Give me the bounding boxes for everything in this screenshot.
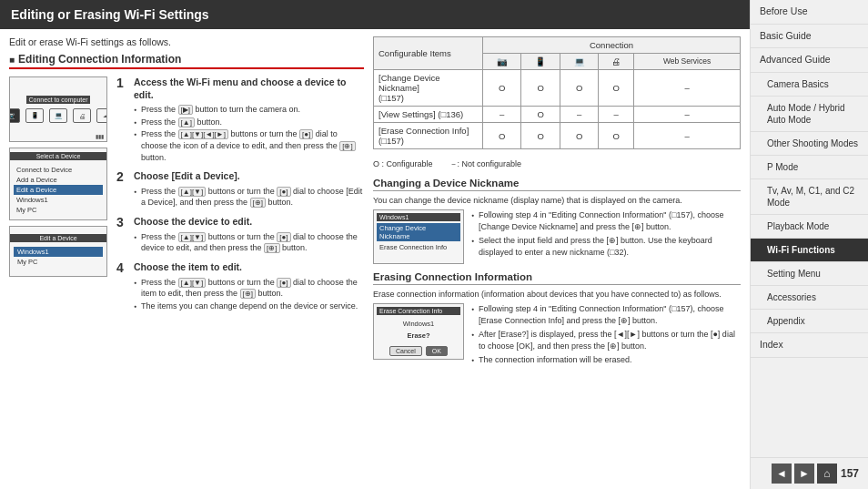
cam-icon-printer: 🖨 [73, 108, 91, 123]
sidebar-item-setting-menu[interactable]: Setting Menu [751, 262, 868, 286]
table-cell-2-5: – [634, 107, 741, 123]
sidebar-item-playback[interactable]: Playback Mode [751, 215, 868, 239]
step3-bullets: Press the [▲][▼] buttons or turn the [●]… [134, 231, 364, 254]
erase-device: Windows1 [377, 318, 460, 330]
table-col-phone: 📱 [521, 54, 560, 70]
changing-bullet2: Select the input field and press the [⊕]… [471, 235, 741, 258]
sidebar-item-tv-av-mode[interactable]: Tv, Av, M, C1, and C2 Mode [751, 179, 868, 215]
cam-icon-camera: 📷 [9, 108, 20, 123]
step4-bullet2: The items you can change depend on the d… [134, 301, 364, 312]
erase-screen-title: Erase Connection Info [377, 307, 460, 315]
prev-arrow[interactable]: ◄ [772, 464, 792, 484]
cam-icon-phone: 📱 [25, 108, 44, 123]
page-title: Editing or Erasing Wi-Fi Settings [0, 0, 750, 29]
cam-icons: 📷 📱 💻 🖨 ☁ [9, 108, 107, 123]
changing-text: Following step 4 in "Editing Connection … [471, 209, 741, 264]
step2-num: 2 [116, 170, 129, 183]
page-body: Edit or erase Wi-Fi settings as follows.… [0, 29, 750, 489]
steps-area: Connect to computer 📷 📱 💻 🖨 ☁ ▮▮▮ Select… [9, 76, 364, 319]
table-cell-item2: [View Settings] (□136) [374, 107, 483, 123]
step1-num: 1 [116, 76, 129, 89]
screen2-label: Select a Device [10, 152, 106, 160]
instructions-col: 1 Access the Wi-Fi menu and choose a dev… [116, 76, 364, 319]
step4-content: Choose the item to edit. Press the [▲][▼… [134, 261, 364, 312]
erase-cancel-btn[interactable]: Cancel [389, 346, 422, 356]
screenshot-3: Edit a Device Windows1 My PC [9, 226, 107, 277]
changing-desc: You can change the device nickname (disp… [373, 196, 741, 205]
connection-table: Configurable Items Connection 📷 📱 💻 🖨 We… [373, 36, 741, 149]
table-cell-3-2: O [521, 123, 560, 149]
sidebar-item-camera-basics[interactable]: Camera Basics [751, 73, 868, 97]
step-2: 2 Choose [Edit a Device]. Press the [▲][… [116, 170, 364, 209]
step3-num: 3 [116, 216, 129, 229]
sidebar-item-advanced-guide[interactable]: Advanced Guide [751, 48, 868, 73]
device-list: Windows1 My PC [10, 245, 106, 269]
sidebar-item-before-use[interactable]: Before Use [751, 0, 868, 25]
step4-bullets: Press the [▲][▼] buttons or turn the [●]… [134, 277, 364, 312]
table-cell-1-1: O [483, 70, 521, 107]
step1-bullet1: Press the [▶] button to turn the camera … [134, 104, 364, 116]
table-cell-2-2: O [521, 107, 560, 123]
step2-bullets: Press the [▲][▼] buttons or turn the [●]… [134, 186, 364, 209]
erase-ok-btn[interactable]: OK [426, 346, 448, 356]
nav-arrows: ◄ ► ⌂ [772, 464, 837, 484]
step4-num: 4 [116, 261, 129, 274]
menu-connect: Connect to Device [14, 165, 103, 175]
menu-win1: Windows1 [14, 195, 103, 205]
erasing-title: Erasing Connection Information [373, 271, 741, 285]
cam-icon-cloud: ☁ [96, 108, 107, 123]
table-note: O : Configurable －: Not configurable [373, 158, 741, 170]
device-mypc: My PC [14, 257, 103, 267]
menu-list: Connect to Device Add a Device Edit a De… [10, 163, 106, 217]
step-1: 1 Access the Wi-Fi menu and choose a dev… [116, 76, 364, 164]
changing-screen-title: Windows1 [377, 213, 460, 221]
menu-mypc: My PC [14, 205, 103, 215]
table-cell-3-3: O [560, 123, 598, 149]
sidebar-item-accessories[interactable]: Accessories [751, 286, 868, 310]
next-arrow[interactable]: ► [794, 464, 814, 484]
menu-add: Add a Device [14, 175, 103, 185]
table-cell-3-1: O [483, 123, 521, 149]
right-column: Configurable Items Connection 📷 📱 💻 🖨 We… [373, 36, 741, 482]
table-cell-1-5: – [634, 70, 741, 107]
table-col-printer: 🖨 [599, 54, 634, 70]
erasing-bullet3: The connection information will be erase… [471, 354, 741, 366]
step-3: 3 Choose the device to edit. Press the [… [116, 216, 364, 255]
table-row-3: [Erase Connection Info] (□157) O O O O – [374, 123, 741, 149]
cam-icon-computer: 💻 [49, 108, 67, 123]
step3-content: Choose the device to edit. Press the [▲]… [134, 216, 364, 255]
step2-content: Choose [Edit a Device]. Press the [▲][▼]… [134, 170, 364, 209]
table-cell-3-5: – [634, 123, 741, 149]
table-cell-2-1: – [483, 107, 521, 123]
sidebar-nav: Before Use Basic Guide Advanced Guide Ca… [750, 0, 868, 489]
left-column: Edit or erase Wi-Fi settings as follows.… [9, 36, 364, 482]
home-button[interactable]: ⌂ [817, 464, 837, 484]
step4-bullet1: Press the [▲][▼] buttons or turn the [●]… [134, 277, 364, 300]
changing-bullet1: Following step 4 in "Editing Connection … [471, 209, 741, 232]
step2-bullet1: Press the [▲][▼] buttons or turn the [●]… [134, 186, 364, 209]
main-content: Editing or Erasing Wi-Fi Settings Edit o… [0, 0, 750, 489]
sidebar-item-wifi[interactable]: Wi-Fi Functions [751, 239, 868, 262]
sidebar-item-auto-mode[interactable]: Auto Mode / Hybrid Auto Mode [751, 97, 868, 132]
table-col-web: Web Services [634, 54, 741, 70]
sidebar-item-basic-guide[interactable]: Basic Guide [751, 25, 868, 49]
table-header-connection: Connection [483, 37, 741, 54]
step2-title: Choose [Edit a Device]. [134, 170, 364, 183]
erasing-screenshot: Erase Connection Info Windows1 Erase? Ca… [373, 303, 464, 360]
step1-bullets: Press the [▶] button to turn the camera … [134, 104, 364, 163]
table-cell-1-2: O [521, 70, 560, 107]
sidebar-item-p-mode[interactable]: P Mode [751, 156, 868, 179]
changing-title: Changing a Device Nickname [373, 178, 741, 191]
erasing-bullet1: Following step 4 in "Editing Connection … [471, 303, 741, 326]
changing-screen-item2: Erase Connection Info [377, 242, 460, 252]
step1-bullet2: Press the [▲] button. [134, 117, 364, 128]
sidebar-item-appendix[interactable]: Appendix [751, 310, 868, 333]
table-cell-1-3: O [560, 70, 598, 107]
screenshots-col: Connect to computer 📷 📱 💻 🖨 ☁ ▮▮▮ Select… [9, 76, 109, 319]
step1-bullet3: Press the [▲][▼][◄][►] buttons or turn t… [134, 128, 364, 163]
sidebar-item-index[interactable]: Index [751, 333, 868, 358]
bar-indicator-1: ▮▮▮ [96, 133, 104, 139]
erase-buttons: Cancel OK [377, 346, 460, 356]
sidebar-item-other-shooting[interactable]: Other Shooting Modes [751, 132, 868, 156]
changing-body: Windows1 Change Device Nickname Erase Co… [373, 209, 741, 264]
